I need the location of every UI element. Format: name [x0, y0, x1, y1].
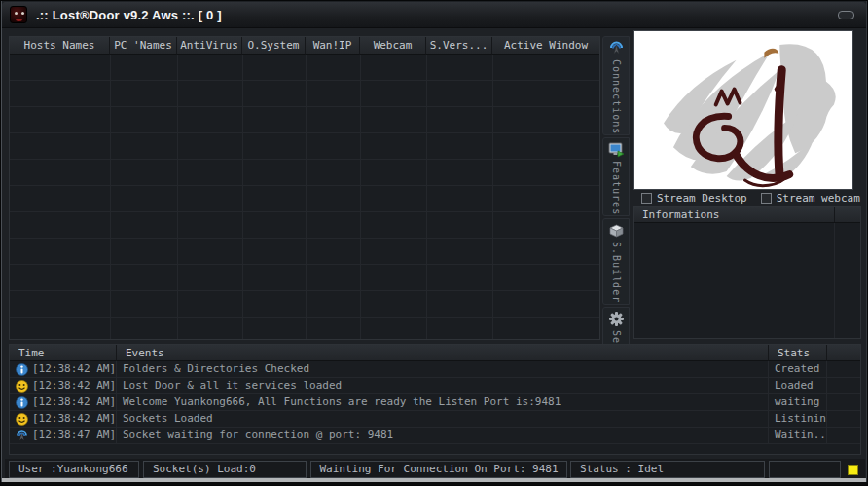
column-header-pc-names[interactable]: PC 'Names — [110, 37, 177, 55]
informations-list[interactable] — [634, 223, 860, 338]
status-blank — [769, 461, 841, 478]
gear-icon — [608, 311, 625, 327]
tab-label: Features — [611, 161, 622, 215]
monitor-icon — [608, 141, 625, 158]
grid-line — [306, 55, 307, 339]
grid-line — [426, 55, 427, 339]
tab-label: Connections — [611, 59, 622, 134]
column-header-sversion[interactable]: S.Vers... — [426, 37, 492, 55]
window-control-button[interactable] — [838, 11, 854, 19]
hosts-table-body[interactable] — [10, 55, 599, 339]
tab-connections[interactable]: Connections — [602, 36, 630, 135]
app-window: .:: Lost®Door v9.2 Aws ::. [ 0 ] Hosts N… — [0, 0, 868, 486]
status-user: User :Yuankong666 — [9, 461, 139, 478]
column-header-stats[interactable]: Stats — [769, 345, 827, 361]
event-log-rows: [12:38:42 AM] Folders & Directories Chec… — [10, 361, 860, 444]
info-icon — [16, 363, 28, 376]
grid-line — [360, 55, 361, 339]
status-sockets: Socket(s) Load:0 — [143, 461, 307, 478]
log-row[interactable]: [12:38:42 AM] Lost Door & all it service… — [10, 378, 860, 394]
grid-line — [110, 55, 111, 339]
status-bar: User :Yuankong666 Socket(s) Load:0 Waint… — [5, 459, 865, 480]
column-header-webcam[interactable]: Webcam — [360, 37, 426, 55]
info-icon — [16, 396, 28, 409]
informations-header-label: Informations — [642, 208, 719, 221]
logo-image — [633, 30, 853, 190]
smiley-icon — [16, 380, 28, 393]
app-icon — [10, 6, 27, 23]
side-tab-strip: Connections Features — [602, 36, 630, 340]
activity-indicator — [848, 465, 858, 475]
status-state: Status : Idel — [570, 461, 765, 478]
column-header-antivirus[interactable]: AntiVirus — [177, 37, 242, 55]
stream-options: Stream Desktop Stream webcam — [633, 191, 861, 206]
title-bar[interactable]: .:: Lost®Door v9.2 Aws ::. [ 0 ] — [2, 2, 866, 28]
column-header-hosts-names[interactable]: Hosts Names — [10, 37, 110, 55]
column-header-wanip[interactable]: Wan!IP — [306, 37, 360, 55]
informations-panel: Informations — [633, 206, 861, 339]
package-icon — [608, 222, 625, 239]
log-row[interactable]: [12:38:42 AM] Folders & Directories Chec… — [10, 361, 860, 378]
stream-desktop-checkbox[interactable] — [641, 193, 652, 204]
window-frame: .:: Lost®Door v9.2 Aws ::. [ 0 ] Hosts N… — [0, 0, 868, 486]
hosts-table: Hosts Names PC 'Names AntiVirus O.System… — [9, 36, 600, 340]
column-header-active-window[interactable]: Active Window — [492, 37, 599, 55]
grid-line — [834, 223, 835, 338]
log-row[interactable]: [12:38:42 AM] Welcome Yuankong666, All F… — [10, 394, 860, 411]
stream-webcam-checkbox[interactable] — [761, 193, 772, 204]
column-header-os[interactable]: O.System — [242, 37, 306, 55]
radar-icon — [608, 40, 625, 56]
event-log-header: Time Events Stats — [10, 345, 860, 361]
radar-icon — [16, 430, 28, 442]
log-row[interactable]: [12:38:42 AM] Sockets Loaded Listining — [10, 411, 860, 428]
column-header-blank — [827, 345, 860, 361]
window-title: .:: Lost®Door v9.2 Aws ::. [ 0 ] — [36, 8, 222, 22]
hosts-table-header: Hosts Names PC 'Names AntiVirus O.System… — [10, 37, 599, 55]
grid-line — [242, 55, 243, 339]
grid-line — [177, 55, 178, 339]
column-header-events[interactable]: Events — [117, 345, 769, 361]
tab-label: S.Builder — [611, 242, 622, 303]
grid-line — [492, 55, 493, 339]
smiley-icon — [16, 413, 28, 426]
stream-desktop-label: Stream Desktop — [657, 192, 747, 205]
informations-header[interactable]: Informations — [634, 207, 860, 223]
grid-line — [834, 207, 835, 222]
tab-features[interactable]: Features — [602, 137, 630, 216]
stream-webcam-label: Stream webcam — [777, 192, 860, 205]
column-header-time[interactable]: Time — [10, 345, 117, 361]
tab-s-builder[interactable]: S.Builder — [602, 218, 630, 304]
log-row[interactable]: [12:38:47 AM] Socket waiting for connect… — [10, 428, 860, 444]
window-bottom-edge — [1, 482, 867, 485]
event-log-table: Time Events Stats — [9, 344, 861, 455]
status-waiting: Wainting For Connection On Port: 9481 — [310, 461, 567, 478]
